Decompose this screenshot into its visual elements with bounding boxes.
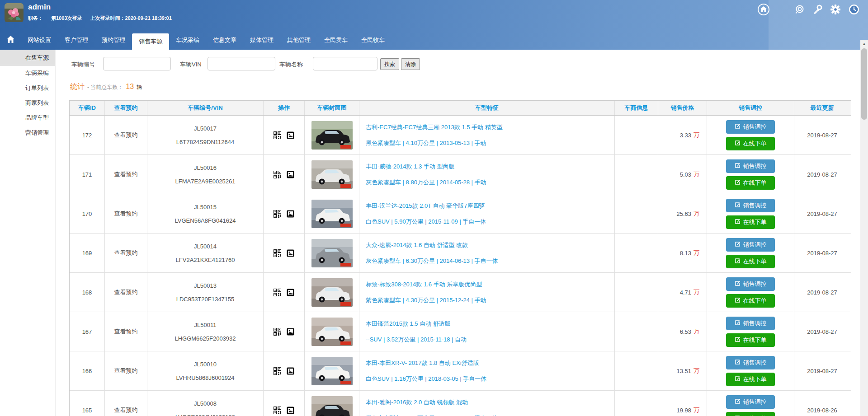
photo-icon[interactable] bbox=[287, 328, 294, 336]
photo-icon[interactable] bbox=[287, 249, 294, 257]
vehicle-desc-link[interactable]: 灰色紧凑型车 | 8.80万公里 | 2014-05-28 | 手动 bbox=[366, 178, 486, 187]
scroll-up-arrow[interactable]: ▲ bbox=[860, 40, 868, 47]
sales-control-button[interactable]: 销售调控 bbox=[726, 199, 775, 212]
sales-control-cell: 销售调控 在线下单 bbox=[707, 391, 794, 416]
online-order-label: 在线下单 bbox=[743, 297, 767, 305]
vehicle-title-link[interactable]: 本田-本田XR-V- 2017款 1.8 自动 EXi舒适版 bbox=[366, 359, 479, 367]
vehicle-title-link[interactable]: 丰田-威驰-2014款 1.3 手动 型尚版 bbox=[366, 163, 455, 171]
scroll-thumb[interactable] bbox=[861, 48, 867, 120]
photo-icon[interactable] bbox=[287, 131, 294, 139]
online-order-button[interactable]: 在线下单 bbox=[726, 412, 775, 416]
sales-control-button[interactable]: 销售调控 bbox=[726, 238, 775, 252]
nav-tab-reservation[interactable]: 预约管理 bbox=[95, 31, 132, 50]
sales-control-button[interactable]: 销售调控 bbox=[726, 317, 775, 330]
nav-home-tab[interactable] bbox=[0, 31, 21, 50]
vehicle-vin-input[interactable] bbox=[208, 57, 275, 70]
vehicle-photo[interactable] bbox=[311, 200, 353, 228]
sales-control-button[interactable]: 销售调控 bbox=[726, 356, 775, 369]
view-reservation-link[interactable]: 查看预约 bbox=[105, 351, 147, 390]
qrcode-icon[interactable] bbox=[274, 328, 281, 336]
online-order-button[interactable]: 在线下单 bbox=[726, 215, 775, 229]
vehicle-desc-link[interactable]: 黑色中大型车 | 0.63万公里 | 2018-01-16 | 手自一体 bbox=[366, 414, 498, 416]
qrcode-icon[interactable] bbox=[274, 407, 281, 414]
view-reservation-link[interactable]: 查看预约 bbox=[105, 116, 147, 154]
nav-tab-articles[interactable]: 信息文章 bbox=[206, 31, 243, 50]
nav-tab-website[interactable]: 网站设置 bbox=[21, 31, 58, 50]
vehicle-title-link[interactable]: 本田-雅阁-2016款 2.0 自动 锐领版 混动 bbox=[366, 398, 468, 407]
photo-icon[interactable] bbox=[287, 289, 294, 296]
qrcode-icon[interactable] bbox=[274, 131, 281, 139]
view-reservation-link[interactable]: 查看预约 bbox=[105, 234, 147, 272]
online-order-button[interactable]: 在线下单 bbox=[726, 176, 775, 190]
vehicle-desc-link[interactable]: --SUV | 3.52万公里 | 2015-11-18 | 自动 bbox=[366, 336, 467, 344]
online-order-button[interactable]: 在线下单 bbox=[726, 373, 775, 386]
search-button[interactable]: 搜索 bbox=[380, 58, 399, 70]
vehicle-photo[interactable] bbox=[311, 239, 353, 267]
vertical-scrollbar[interactable]: ▲ bbox=[860, 40, 868, 416]
vehicle-photo[interactable] bbox=[311, 121, 353, 150]
sidebar-item-orders[interactable]: 订单列表 bbox=[0, 80, 55, 95]
vehicle-title-link[interactable]: 大众-速腾-2014款 1.6 自动 舒适型 改款 bbox=[366, 241, 468, 249]
vehicle-desc-link[interactable]: 紫色紧凑型车 | 4.30万公里 | 2015-12-24 | 手动 bbox=[366, 296, 486, 304]
online-order-button[interactable]: 在线下单 bbox=[726, 255, 775, 268]
vehicle-title-link[interactable]: 本田锋范2015款 1.5 自动 舒适版 bbox=[366, 320, 451, 328]
photo-icon[interactable] bbox=[287, 407, 294, 414]
view-reservation-link[interactable]: 查看预约 bbox=[105, 273, 147, 312]
qrcode-icon[interactable] bbox=[274, 249, 281, 257]
qrcode-icon[interactable] bbox=[274, 367, 281, 375]
nav-tab-media[interactable]: 媒体管理 bbox=[243, 31, 280, 50]
vehicle-photo[interactable] bbox=[311, 278, 353, 307]
sales-control-button[interactable]: 销售调控 bbox=[726, 120, 775, 134]
online-order-button[interactable]: 在线下单 bbox=[726, 294, 775, 308]
clear-button[interactable]: 清除 bbox=[401, 58, 420, 70]
avatar[interactable] bbox=[5, 3, 24, 22]
key-icon[interactable] bbox=[812, 4, 823, 15]
vehicle-desc-link[interactable]: 白色SUV | 5.90万公里 | 2015-11-09 | 手自一体 bbox=[366, 218, 486, 226]
nav-tab-vehicle-source[interactable]: 销售车源 bbox=[132, 33, 169, 50]
view-reservation-link[interactable]: 查看预约 bbox=[105, 155, 147, 194]
view-reservation-link[interactable]: 查看预约 bbox=[105, 391, 147, 416]
sidebar-item-onsale[interactable]: 在售车源 bbox=[0, 50, 55, 65]
online-order-button[interactable]: 在线下单 bbox=[726, 137, 775, 150]
view-reservation-link[interactable]: 查看预约 bbox=[105, 312, 147, 351]
price-value: 8.13 bbox=[680, 250, 691, 257]
nav-tab-other[interactable]: 其他管理 bbox=[280, 31, 317, 50]
vehicle-photo[interactable] bbox=[311, 160, 353, 189]
vehicle-title-link[interactable]: 吉利-EC7经典-EC7经典三厢 2013款 1.5 手动 精英型 bbox=[366, 123, 503, 131]
vehicle-photo[interactable] bbox=[311, 357, 353, 385]
nav-tab-condition[interactable]: 车况采编 bbox=[169, 31, 206, 50]
sales-control-button[interactable]: 销售调控 bbox=[726, 159, 775, 173]
qrcode-icon[interactable] bbox=[274, 210, 281, 218]
qrcode-icon[interactable] bbox=[274, 289, 281, 296]
operations-cell bbox=[264, 234, 305, 272]
vehicle-name-input[interactable] bbox=[313, 57, 377, 70]
clock-icon[interactable] bbox=[848, 4, 860, 15]
sidebar-item-marketing[interactable]: 营销管理 bbox=[0, 125, 55, 140]
vehicle-title-link[interactable]: 标致-标致308-2014款 1.6 手动 乐享版优尚型 bbox=[366, 280, 482, 289]
sales-control-button[interactable]: 销售调控 bbox=[726, 395, 775, 409]
photo-icon[interactable] bbox=[287, 367, 294, 375]
nav-tab-sell[interactable]: 全民卖车 bbox=[317, 31, 354, 50]
photo-icon[interactable] bbox=[287, 171, 294, 178]
home-circle-icon[interactable] bbox=[758, 4, 769, 15]
vehicle-desc-link[interactable]: 灰色紧凑型车 | 6.30万公里 | 2014-06-13 | 手自一体 bbox=[366, 257, 498, 265]
nav-tab-customer[interactable]: 客户管理 bbox=[58, 31, 95, 50]
view-reservation-link[interactable]: 查看预约 bbox=[105, 194, 147, 233]
spiral-icon[interactable] bbox=[794, 4, 805, 15]
online-order-button[interactable]: 在线下单 bbox=[726, 333, 775, 347]
vehicle-desc-link[interactable]: 白色SUV | 1.16万公里 | 2018-03-05 | 手自一体 bbox=[366, 375, 486, 383]
vehicle-title-link[interactable]: 丰田-汉兰达-2015款 2.0T 自动 豪华版7座四驱 bbox=[366, 202, 485, 210]
sidebar-item-vehicle-edit[interactable]: 车辆采编 bbox=[0, 65, 55, 80]
nav-tab-buy[interactable]: 全民收车 bbox=[354, 31, 392, 50]
vehicle-desc-link[interactable]: 黑色紧凑型车 | 4.10万公里 | 2013-05-13 | 手动 bbox=[366, 139, 486, 147]
sidebar-item-merchants[interactable]: 商家列表 bbox=[0, 95, 55, 110]
vehicle-photo[interactable] bbox=[311, 318, 353, 346]
sales-control-button[interactable]: 销售调控 bbox=[726, 277, 775, 291]
vehicle-code: JL50017 bbox=[194, 125, 217, 132]
gear-icon[interactable] bbox=[830, 4, 841, 15]
photo-icon[interactable] bbox=[287, 210, 294, 218]
sidebar-item-brands[interactable]: 品牌车型 bbox=[0, 110, 55, 125]
qrcode-icon[interactable] bbox=[274, 171, 281, 178]
vehicle-code-input[interactable] bbox=[103, 57, 171, 70]
vehicle-photo[interactable] bbox=[311, 396, 353, 416]
